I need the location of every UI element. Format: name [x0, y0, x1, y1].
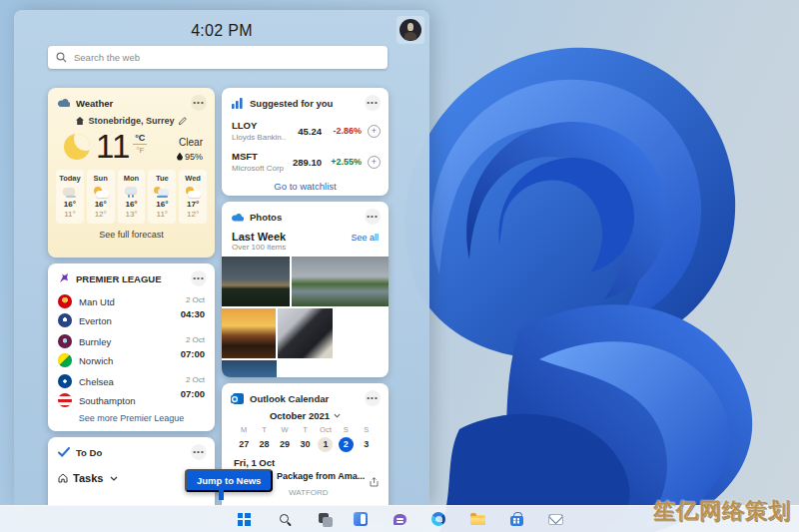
- stock-row[interactable]: MSFT Microsoft Corp 289.10 +2.55% +: [222, 146, 389, 177]
- fixture-row[interactable]: Man Utd Everton 2 Oct 04:30: [48, 290, 215, 330]
- desktop-wallpaper: [400, 30, 779, 532]
- everton-crest-icon: [58, 313, 72, 327]
- jump-to-news-button[interactable]: Jump to News: [185, 469, 273, 492]
- southampton-crest-icon: [58, 393, 72, 407]
- chelsea-crest-icon: [58, 374, 72, 388]
- outlook-icon: [231, 392, 244, 405]
- burnley-crest-icon: [58, 334, 72, 348]
- widgets-column-right: Suggested for you ••• LLOY Lloyds Bankin…: [222, 88, 389, 505]
- tasks-home-icon: [58, 473, 68, 483]
- edge-browser-icon[interactable]: [427, 508, 449, 530]
- photo-thumbnail[interactable]: [222, 360, 277, 377]
- see-all-link[interactable]: See all: [351, 233, 379, 243]
- calendar-date[interactable]: 28: [254, 436, 274, 452]
- see-full-forecast-link[interactable]: See full forecast: [48, 230, 215, 240]
- microsoft-store-icon[interactable]: [505, 508, 527, 530]
- onedrive-cloud-icon: [231, 211, 244, 224]
- todo-menu-button[interactable]: •••: [191, 444, 207, 460]
- premier-league-widget: PREMIER LEAGUE ••• Man Utd Everton 2 Oct…: [48, 264, 215, 431]
- calendar-date[interactable]: 3: [357, 436, 377, 452]
- search-input[interactable]: [74, 52, 380, 63]
- calendar-date[interactable]: 30: [295, 436, 315, 452]
- stocks-title: Suggested for you: [250, 98, 365, 109]
- photos-group-title: Last Week: [232, 231, 351, 243]
- weather-menu-button[interactable]: •••: [191, 95, 207, 111]
- stocks-widget: Suggested for you ••• LLOY Lloyds Bankin…: [222, 88, 389, 196]
- photos-title: Photos: [250, 212, 365, 223]
- clear-night-moon-icon: [64, 134, 90, 160]
- league-menu-button[interactable]: •••: [191, 270, 207, 286]
- bloom-graphic: [400, 30, 779, 532]
- weather-icon: [185, 187, 201, 198]
- weather-icon: [93, 187, 109, 198]
- chevron-down-icon: [334, 413, 341, 418]
- calendar-title: Outlook Calendar: [250, 393, 365, 404]
- precipitation-value: 95%: [185, 152, 203, 162]
- taskbar-search-icon[interactable]: [272, 508, 294, 530]
- forecast-day[interactable]: Sun 16° 12°: [87, 170, 115, 224]
- stocks-menu-button[interactable]: •••: [365, 95, 381, 111]
- premier-league-lion-icon: [57, 272, 70, 285]
- weather-condition-block: Clear 95%: [177, 132, 203, 162]
- stock-row[interactable]: LLOY Lloyds Bankin... 45.24 -2.86% +: [222, 115, 389, 146]
- profile-button[interactable]: [397, 16, 424, 44]
- weather-icon: [62, 187, 78, 198]
- widgets-icon[interactable]: [350, 508, 372, 530]
- see-more-premier-league-link[interactable]: See more Premier League: [48, 413, 215, 423]
- stocks-chart-icon: [231, 97, 244, 110]
- photos-widget: Photos ••• Last Week Over 100 items See …: [222, 202, 389, 377]
- photo-thumbnail[interactable]: [222, 257, 290, 306]
- photo-thumbnail[interactable]: [292, 257, 389, 306]
- calendar-date[interactable]: 29: [275, 436, 295, 452]
- forecast-day[interactable]: Today 16° 11°: [56, 170, 84, 224]
- forecast-day[interactable]: Mon 16° 13°: [118, 170, 146, 224]
- chevron-down-icon: [110, 476, 118, 481]
- photo-thumbnail[interactable]: [278, 308, 333, 358]
- humidity-drop-icon: [177, 153, 183, 161]
- calendar-grid: M T W T Oct S S 27 28 29 30 1 2 3: [222, 421, 389, 452]
- mail-icon[interactable]: [544, 508, 566, 530]
- calendar-date[interactable]: 27: [234, 436, 254, 452]
- add-to-watchlist-button[interactable]: +: [368, 125, 381, 138]
- fixture-row[interactable]: Chelsea Southampton 2 Oct 07:00: [48, 370, 215, 410]
- photos-count: Over 100 items: [232, 243, 351, 252]
- search-icon: [56, 52, 67, 63]
- forecast-day[interactable]: Tue 16° 11°: [148, 170, 176, 224]
- add-to-watchlist-button[interactable]: +: [368, 156, 381, 169]
- go-to-watchlist-link[interactable]: Go to watchlist: [222, 181, 389, 192]
- task-view-icon[interactable]: [311, 508, 333, 530]
- weather-icon: [154, 187, 170, 198]
- watermark-text: 笙亿网络策划: [653, 496, 791, 526]
- calendar-menu-button[interactable]: •••: [365, 390, 381, 406]
- clock: 4:02 PM: [14, 22, 429, 40]
- unit-toggle[interactable]: °C °F: [133, 133, 147, 155]
- home-icon: [76, 117, 84, 125]
- widgets-column-left: Weather ••• Stonebridge, Surrey 11 °C °F: [48, 88, 215, 505]
- current-temperature: 11: [96, 130, 130, 163]
- weather-title: Weather: [76, 98, 191, 109]
- widgets-panel: 4:02 PM Weather •••: [14, 10, 429, 505]
- file-explorer-icon[interactable]: [466, 508, 488, 530]
- photos-menu-button[interactable]: •••: [365, 209, 381, 225]
- photo-collage: [222, 257, 389, 377]
- calendar-date-selected[interactable]: 2: [336, 436, 356, 452]
- condition-text: Clear: [179, 137, 203, 148]
- photo-thumbnail[interactable]: [222, 308, 276, 358]
- fixture-row[interactable]: Burnley Norwich 2 Oct 07:00: [48, 330, 215, 370]
- month-selector[interactable]: October 2021: [222, 410, 389, 421]
- todo-title: To Do: [76, 447, 191, 458]
- user-avatar: [400, 19, 421, 41]
- league-title: PREMIER LEAGUE: [76, 273, 191, 284]
- norwich-crest-icon: [58, 353, 72, 367]
- start-button[interactable]: [233, 508, 255, 530]
- chat-icon[interactable]: [389, 508, 410, 530]
- search-bar[interactable]: [48, 46, 388, 69]
- forecast-day[interactable]: Wed 17° 12°: [179, 170, 207, 224]
- calendar-date-today[interactable]: 1: [316, 436, 336, 452]
- weather-icon: [123, 187, 139, 198]
- forecast-strip: Today 16° 11° Sun 16° 12° Mon 16°: [48, 165, 215, 224]
- share-icon[interactable]: [370, 471, 379, 491]
- desktop: 4:02 PM Weather •••: [0, 0, 799, 532]
- todo-check-icon: [57, 446, 70, 459]
- weather-location[interactable]: Stonebridge, Surrey: [48, 116, 215, 126]
